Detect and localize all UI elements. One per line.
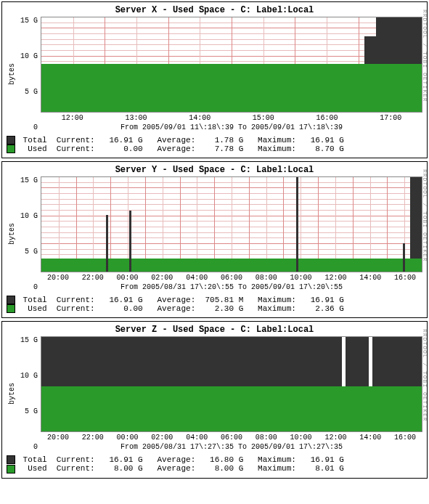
y-ticks: 15 G10 G5 G0 — [16, 17, 41, 131]
rrdtool-credit: RRDTOOL / TOBI OETIKER — [422, 9, 428, 102]
x-ticks: 20:0022:0000:0002:0004:0006:0008:0010:00… — [41, 274, 422, 282]
legend-row-total: Total Current: 16.91 G Average: 1.78 G M… — [7, 136, 422, 145]
plot-area — [41, 336, 422, 432]
legend-row-total: Total Current: 16.91 G Average: 705.81 M… — [7, 296, 422, 304]
rrdtool-credit: RRDTOOL / TOBI OETIKER — [422, 169, 428, 262]
used-swatch-icon — [7, 145, 15, 153]
y-axis-label: bytes — [7, 63, 16, 85]
y-axis-label: bytes — [7, 383, 16, 405]
x-ticks: 20:0022:0000:0002:0004:0006:0008:0010:00… — [41, 434, 422, 442]
total-swatch-icon — [7, 136, 15, 145]
total-area-icon — [410, 177, 422, 272]
total-swatch-icon — [7, 455, 15, 464]
spike-icon — [106, 215, 108, 272]
used-area-icon — [41, 64, 422, 112]
x-ticks: 12:0013:0014:0015:0016:0017:00 — [41, 114, 422, 122]
legend: Total Current: 16.91 G Average: 1.78 G M… — [7, 136, 422, 153]
y-ticks: 15 G10 G5 G0 — [16, 336, 41, 451]
chart-panel-z: RRDTOOL / TOBI OETIKERServer Z - Used Sp… — [1, 321, 428, 478]
legend: Total Current: 16.91 G Average: 16.80 G … — [7, 455, 422, 473]
chart-caption: From 2005/08/31 17\:27\:35 To 2005/09/01… — [41, 443, 422, 451]
plot-area — [41, 176, 422, 272]
y-axis-label: bytes — [7, 223, 16, 245]
plot-area — [41, 17, 422, 113]
legend-row-used: Used Current: 0.00 Average: 7.78 G Maxim… — [7, 145, 422, 153]
spike-icon — [403, 243, 405, 272]
chart-title: Server Z - Used Space - C: Label:Local — [7, 325, 422, 335]
spike-icon — [296, 177, 298, 272]
legend-row-used: Used Current: 8.00 G Average: 8.00 G Max… — [7, 464, 422, 473]
chart-title: Server Y - Used Space - C: Label:Local — [7, 165, 422, 175]
total-swatch-icon — [7, 296, 15, 304]
rrdtool-credit: RRDTOOL / TOBI OETIKER — [422, 329, 428, 422]
legend-row-total: Total Current: 16.91 G Average: 16.80 G … — [7, 455, 422, 464]
used-swatch-icon — [7, 304, 15, 313]
used-area-icon — [41, 386, 422, 431]
legend-row-used: Used Current: 0.00 Average: 2.30 G Maxim… — [7, 304, 422, 313]
spike-icon — [129, 211, 131, 272]
chart-caption: From 2005/08/31 17\:20\:55 To 2005/09/01… — [41, 283, 422, 291]
chart-caption: From 2005/09/01 11\:18\:39 To 2005/09/01… — [41, 123, 422, 131]
chart-panel-y: RRDTOOL / TOBI OETIKERServer Y - Used Sp… — [1, 161, 428, 318]
legend: Total Current: 16.91 G Average: 705.81 M… — [7, 296, 422, 313]
used-area-icon — [41, 259, 422, 272]
used-swatch-icon — [7, 465, 15, 473]
chart-panel-x: RRDTOOL / TOBI OETIKERServer X - Used Sp… — [1, 1, 428, 158]
y-ticks: 15 G10 G5 G0 — [16, 176, 41, 291]
chart-title: Server X - Used Space - C: Label:Local — [7, 5, 422, 15]
